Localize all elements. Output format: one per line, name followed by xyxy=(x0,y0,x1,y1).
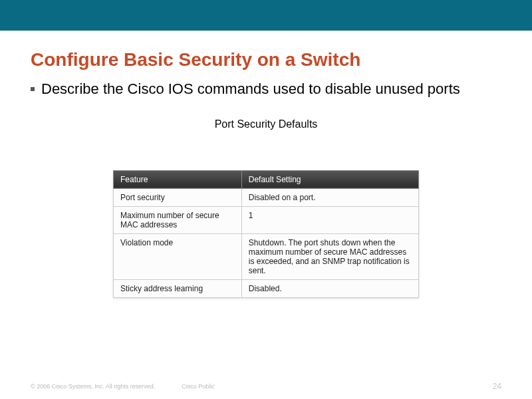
table-header-row: Feature Default Setting xyxy=(114,170,419,188)
footer-copyright: © 2006 Cisco Systems, Inc. All rights re… xyxy=(31,383,155,390)
figure-title: Port Security Defaults xyxy=(31,118,501,130)
bullet-text: Describe the Cisco IOS commands used to … xyxy=(41,80,460,98)
footer-label: Cisco Public xyxy=(182,383,215,390)
cell-feature: Port security xyxy=(114,188,242,206)
bullet-item: Describe the Cisco IOS commands used to … xyxy=(31,80,501,98)
cell-feature: Violation mode xyxy=(114,233,242,279)
bullet-marker-icon xyxy=(31,87,35,91)
col-header-setting: Default Setting xyxy=(241,170,418,188)
col-header-feature: Feature xyxy=(114,170,242,188)
top-accent-bar xyxy=(0,0,532,31)
figure-container: Port Security Defaults Feature Default S… xyxy=(31,118,501,298)
footer-left: © 2006 Cisco Systems, Inc. All rights re… xyxy=(31,383,215,390)
table-row: Maximum number of secure MAC addresses 1 xyxy=(114,206,419,233)
cell-setting: Disabled on a port. xyxy=(241,188,418,206)
cell-feature: Maximum number of secure MAC addresses xyxy=(114,206,242,233)
cell-feature: Sticky address learning xyxy=(114,279,242,297)
cell-setting: Disabled. xyxy=(241,279,418,297)
slide-title: Configure Basic Security on a Switch xyxy=(31,49,501,70)
table-row: Port security Disabled on a port. xyxy=(114,188,419,206)
slide-content: Configure Basic Security on a Switch Des… xyxy=(0,31,532,298)
table-row: Violation mode Shutdown. The port shuts … xyxy=(114,233,419,279)
port-security-table: Feature Default Setting Port security Di… xyxy=(113,170,419,298)
slide-footer: © 2006 Cisco Systems, Inc. All rights re… xyxy=(0,382,532,391)
cell-setting: 1 xyxy=(241,206,418,233)
cell-setting: Shutdown. The port shuts down when the m… xyxy=(241,233,418,279)
page-number: 24 xyxy=(493,382,501,391)
table-row: Sticky address learning Disabled. xyxy=(114,279,419,297)
